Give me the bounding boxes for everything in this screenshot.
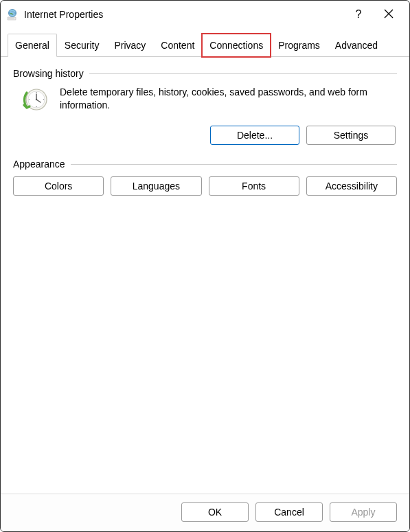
- svg-point-8: [36, 92, 37, 93]
- apply-button[interactable]: Apply: [330, 502, 397, 522]
- svg-point-0: [9, 10, 16, 17]
- svg-point-11: [29, 99, 30, 100]
- fonts-button[interactable]: Fonts: [209, 176, 299, 196]
- settings-button[interactable]: Settings: [306, 126, 396, 145]
- divider: [71, 164, 397, 165]
- svg-point-14: [36, 99, 37, 100]
- tab-connections[interactable]: Connections: [202, 34, 271, 57]
- tab-programs[interactable]: Programs: [271, 34, 328, 57]
- section-header-browsing-history: Browsing history: [13, 68, 397, 79]
- divider: [89, 73, 397, 74]
- internet-options-icon: [6, 8, 19, 21]
- dialog-footer: OK Cancel Apply: [1, 494, 409, 531]
- tab-privacy[interactable]: Privacy: [106, 34, 153, 57]
- tab-security[interactable]: Security: [57, 34, 107, 57]
- help-button[interactable]: ?: [352, 8, 365, 21]
- window-title: Internet Properties: [24, 9, 352, 20]
- browsing-history-description: Delete temporary files, history, cookies…: [60, 86, 397, 112]
- section-appearance: Appearance Colors Languages Fonts Access…: [13, 159, 397, 196]
- svg-point-9: [43, 99, 45, 100]
- tab-panel-general: Browsing history Delete temporary f: [1, 57, 409, 494]
- history-clock-icon: [20, 86, 50, 116]
- section-label-browsing-history: Browsing history: [13, 68, 84, 79]
- tab-general[interactable]: General: [8, 34, 57, 57]
- cancel-button[interactable]: Cancel: [255, 502, 323, 522]
- accessibility-button[interactable]: Accessibility: [306, 176, 397, 196]
- titlebar-controls: ?: [352, 8, 404, 22]
- colors-button[interactable]: Colors: [13, 176, 104, 196]
- ok-button[interactable]: OK: [181, 502, 249, 522]
- languages-button[interactable]: Languages: [111, 176, 201, 196]
- section-browsing-history: Browsing history Delete temporary f: [13, 68, 397, 145]
- tab-advanced[interactable]: Advanced: [328, 34, 385, 57]
- tab-bar: General Security Privacy Content Connect…: [1, 34, 409, 57]
- tab-content[interactable]: Content: [153, 34, 202, 57]
- section-header-appearance: Appearance: [13, 159, 397, 170]
- svg-point-10: [36, 106, 37, 108]
- delete-button[interactable]: Delete...: [210, 126, 299, 145]
- titlebar: Internet Properties ?: [1, 1, 409, 28]
- close-button[interactable]: [382, 8, 396, 22]
- section-label-appearance: Appearance: [13, 159, 65, 170]
